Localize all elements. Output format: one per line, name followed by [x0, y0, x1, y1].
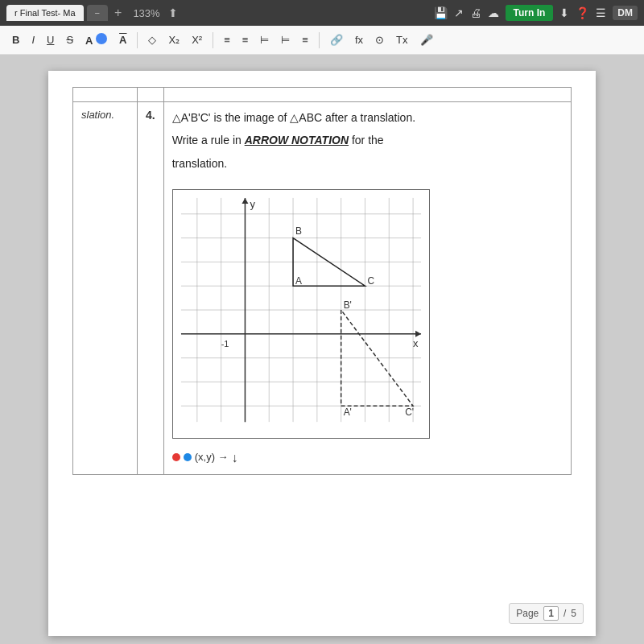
bold-button[interactable]: B — [8, 32, 23, 47]
formula-button[interactable]: fx — [351, 32, 367, 47]
share-icon[interactable]: ↗ — [454, 6, 464, 19]
spacer-num-cell — [138, 88, 164, 102]
question-label: slation. — [81, 109, 114, 121]
help-icon[interactable]: ❓ — [576, 6, 589, 19]
indent2-button[interactable]: ⊨ — [277, 32, 294, 47]
y-axis-label: y — [250, 198, 255, 210]
content-cell[interactable]: △A'B'C' is the image of △ABC after a tra… — [163, 102, 571, 475]
tab-area: r Final Test- Ma − + 133% ⬆ — [6, 5, 429, 21]
print-icon[interactable]: 🖨 — [470, 6, 481, 19]
color-circle — [96, 33, 107, 44]
blue-dot-icon — [184, 453, 192, 461]
red-dot-icon — [172, 453, 180, 461]
browser-bar: r Final Test- Ma − + 133% ⬆ 💾 ↗ 🖨 ☁ Turn… — [0, 0, 644, 26]
document-paper: slation. 4. △A'B'C' is the image of △ABC… — [48, 71, 596, 636]
text-style-button[interactable]: Tx — [392, 32, 411, 47]
svg-marker-22 — [242, 198, 248, 204]
italic-button[interactable]: I — [27, 32, 39, 47]
mic-button[interactable]: 🎤 — [416, 32, 437, 47]
list1-button[interactable]: ≡ — [220, 32, 234, 47]
question-row: slation. 4. △A'B'C' is the image of △ABC… — [73, 102, 572, 475]
question-text-line1: △A'B'C' is the image of △ABC after a tra… — [172, 109, 563, 126]
text-after-notation: for the — [352, 134, 384, 147]
spacer-row — [73, 88, 572, 102]
active-tab[interactable]: r Final Test- Ma — [6, 5, 84, 21]
separator-2 — [213, 32, 213, 48]
superscript-button[interactable]: X² — [188, 32, 206, 47]
spacer-content-cell — [163, 88, 571, 102]
separator-3 — [319, 32, 320, 48]
page-separator: / — [564, 608, 566, 619]
tab-minus[interactable]: − — [87, 5, 108, 21]
page-label: Page — [516, 608, 539, 619]
separator-1 — [137, 32, 138, 48]
question-table: slation. 4. △A'B'C' is the image of △ABC… — [72, 87, 572, 475]
graph-container: y x -1 B A C — [172, 189, 430, 444]
down-arrow-icon: ↓ — [232, 448, 238, 469]
font-color-button[interactable]: A — [81, 31, 111, 48]
new-tab-button[interactable]: + — [111, 6, 125, 20]
font-color-A: A — [85, 35, 93, 47]
list2-button[interactable]: ≡ — [238, 32, 253, 47]
menu-icon[interactable]: ☰ — [596, 6, 606, 19]
zoom-arrow-icon: ⬆ — [168, 6, 178, 19]
question-text-line4: translation. — [172, 155, 563, 172]
format-toolbar: B I U S A A ◇ X₂ X² ≡ ≡ ⊨ ⊨ ≡ 🔗 fx ⊙ Tx … — [0, 26, 644, 55]
label-cell: slation. — [73, 102, 138, 475]
question-number: 4. — [146, 109, 155, 122]
coordinate-graph: y x -1 B A C — [172, 189, 430, 439]
strikethrough-button[interactable]: S — [62, 32, 77, 47]
page-indicator: Page 1 / 5 — [509, 603, 584, 624]
download-icon[interactable]: ⬇ — [559, 6, 569, 19]
label-B-prime: B' — [343, 299, 351, 311]
turn-in-button[interactable]: Turn In — [506, 5, 554, 21]
underline-button[interactable]: U — [43, 32, 58, 47]
current-page[interactable]: 1 — [543, 606, 559, 621]
subscript-button[interactable]: X₂ — [164, 32, 184, 47]
label-C-prime: C' — [405, 407, 414, 418]
highlight-button[interactable]: A — [115, 32, 130, 47]
arrow-notation-input-area[interactable]: (x,y) → ↓ — [172, 448, 563, 469]
indent1-button[interactable]: ⊨ — [256, 32, 273, 47]
align-button[interactable]: ≡ — [298, 32, 312, 47]
insert-button[interactable]: ⊙ — [371, 32, 388, 47]
x-axis-label: x — [413, 337, 419, 349]
spacer-label-cell — [73, 88, 138, 102]
dm-badge: DM — [613, 6, 638, 20]
browser-icons: 💾 ↗ 🖨 ☁ Turn In ⬇ ❓ ☰ DM — [434, 5, 638, 21]
highlight-A: A — [119, 34, 126, 46]
tab-title: r Final Test- Ma — [14, 8, 76, 18]
label-A-prime: A' — [343, 407, 351, 418]
label-A: A — [295, 275, 302, 287]
arrow-notation-label: ARROW NOTATION — [245, 134, 349, 147]
zoom-display: 133% — [128, 7, 164, 19]
label-C: C — [367, 275, 374, 287]
cloud-icon[interactable]: ☁ — [488, 6, 499, 19]
text-before-notation: Write a rule in — [172, 134, 242, 147]
main-content: slation. 4. △A'B'C' is the image of △ABC… — [0, 55, 644, 644]
total-pages: 5 — [571, 608, 576, 619]
label-B: B — [295, 225, 302, 237]
save-icon[interactable]: 💾 — [434, 6, 448, 19]
shape-button[interactable]: ◇ — [144, 32, 160, 47]
svg-marker-21 — [415, 331, 421, 337]
num-cell: 4. — [138, 102, 164, 475]
minus1-label: -1 — [221, 339, 229, 349]
link-button[interactable]: 🔗 — [326, 32, 347, 47]
arrow-notation-expression: (x,y) → — [195, 449, 229, 466]
question-text-line2: Write a rule in ARROW NOTATION for the — [172, 131, 563, 149]
